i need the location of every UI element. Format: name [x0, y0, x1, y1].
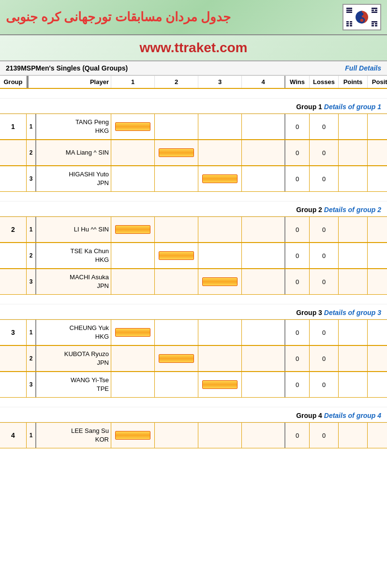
svg-rect-12: [346, 25, 349, 27]
match-cell-g1-p1-col4: [242, 114, 285, 139]
player-name-g1-p1: TANG PengHKG: [36, 114, 111, 139]
match-cell-g2-p2-col4: [242, 243, 285, 268]
svg-rect-11: [350, 23, 352, 25]
col-group: Group: [0, 76, 27, 88]
svg-rect-10: [346, 23, 349, 25]
group-number-g2-p2: [0, 243, 27, 268]
group-number-g3-p3: [0, 372, 27, 397]
col-3: 3: [198, 76, 242, 88]
losses-g2-p1: 0: [310, 217, 339, 242]
points-g4-p1: [339, 423, 368, 448]
player-name-g3-p2: KUBOTA RyuzoJPN: [36, 346, 111, 371]
player-name-g2-p3: MACHI AsukaJPN: [36, 269, 111, 294]
position-g3-p1: [368, 320, 387, 345]
col-4: 4: [242, 76, 285, 88]
svg-point-23: [360, 19, 364, 22]
group-details-link-3[interactable]: Details of group 3: [324, 309, 381, 316]
group-details-link-1[interactable]: Details of group 1: [324, 103, 381, 111]
player-row: 2 MA Liang ^ SIN 0 0: [0, 140, 387, 166]
col-position: Position: [368, 76, 387, 88]
group-number-g1-p1: 1: [0, 114, 27, 139]
match-cell-g1-p1-col1: [111, 114, 155, 139]
player-name-g3-p3: WANG Yi-TseTPE: [36, 372, 111, 397]
website-url: www.ttraket.com: [139, 40, 247, 55]
seeding-g1-p3: 3: [27, 166, 36, 191]
wins-g3-p1: 0: [285, 320, 310, 345]
match-cell-g1-p2-col3: [198, 140, 242, 165]
match-cell-g1-p1-col2: [155, 114, 198, 139]
divider-col: [27, 76, 29, 88]
svg-rect-13: [350, 25, 352, 27]
player-row: 3 HIGASHI YutoJPN 0 0: [0, 166, 387, 192]
losses-g3-p3: 0: [310, 372, 339, 397]
match-cell-g3-p2-col1: [111, 346, 155, 371]
position-g2-p3: [368, 269, 387, 294]
svg-rect-7: [372, 12, 377, 13]
full-details-link[interactable]: Full Details: [345, 64, 381, 72]
svg-rect-1: [346, 8, 352, 9]
match-cell-g2-p2-col2: [155, 243, 198, 268]
player-row: 3 WANG Yi-TseTPE 0 0: [0, 372, 387, 398]
col-2: 2: [155, 76, 198, 88]
group-label-4: Group 4: [296, 412, 324, 419]
group-details-link-4[interactable]: Details of group 4: [324, 412, 381, 419]
groups-container: Group 1 Details of group 1 1 1 TANG Peng…: [0, 89, 387, 448]
svg-rect-6: [375, 10, 377, 11]
group-number-g4-p1: 4: [0, 423, 27, 448]
seeding-g3-p3: 3: [27, 372, 36, 397]
position-g3-p2: [368, 346, 387, 371]
match-cell-g3-p2-col3: [198, 346, 242, 371]
player-name-g1-p2: MA Liang ^ SIN: [36, 140, 111, 165]
player-name-g4-p1: LEE Sang SuKOR: [36, 423, 111, 448]
svg-rect-14: [372, 21, 377, 23]
page-header: جدول مردان مسابقات تورجهانی کره جنوبی: [0, 0, 387, 35]
losses-g2-p2: 0: [310, 243, 339, 268]
korea-flag: [342, 4, 381, 30]
match-cell-g2-p1-col4: [242, 217, 285, 242]
match-cell-g3-p2-col4: [242, 346, 285, 371]
seeding-g2-p1: 1: [27, 217, 36, 242]
group-label-2: Group 2: [296, 206, 324, 214]
website-bar: www.ttraket.com: [0, 35, 387, 61]
group-header-1: Group 1 Details of group 1: [0, 99, 387, 114]
match-cell-g2-p2-col1: [111, 243, 155, 268]
points-g3-p3: [339, 372, 368, 397]
player-row: 2 KUBOTA RyuzoJPN 0 0: [0, 345, 387, 372]
group-number-g2-p3: [0, 269, 27, 294]
seeding-g2-p3: 3: [27, 269, 36, 294]
group-number-g1-p2: [0, 140, 27, 165]
group-number-g2-p1: 2: [0, 217, 27, 242]
wins-g2-p2: 0: [285, 243, 310, 268]
position-g1-p1: [368, 114, 387, 139]
match-cell-g3-p3-col2: [155, 372, 198, 397]
player-name-g2-p1: LI Hu ^^ SIN: [36, 217, 111, 242]
player-row: 2 1 LI Hu ^^ SIN 0 0: [0, 216, 387, 243]
losses-g4-p1: 0: [310, 423, 339, 448]
seeding-g3-p1: 1: [27, 320, 36, 345]
seeding-g3-p2: 2: [27, 346, 36, 371]
player-name-g3-p1: CHEUNG YukHKG: [36, 320, 111, 345]
wins-g4-p1: 0: [285, 423, 310, 448]
match-cell-g3-p3-col1: [111, 372, 155, 397]
match-cell-g1-p2-col2: [155, 140, 198, 165]
points-g3-p2: [339, 346, 368, 371]
points-g1-p1: [339, 114, 368, 139]
match-cell-g2-p3-col2: [155, 269, 198, 294]
match-cell-g2-p2-col3: [198, 243, 242, 268]
col-1: 1: [111, 76, 155, 88]
group-details-link-2[interactable]: Details of group 2: [324, 206, 381, 214]
match-cell-g1-p3-col2: [155, 166, 198, 191]
seeding-g2-p2: 2: [27, 243, 36, 268]
position-g2-p2: [368, 243, 387, 268]
match-cell-g1-p2-col4: [242, 140, 285, 165]
position-g1-p3: [368, 166, 387, 191]
seeding-g4-p1: 1: [27, 423, 36, 448]
col-points: Points: [339, 76, 368, 88]
match-cell-g4-p1-col2: [155, 423, 198, 448]
losses-g3-p1: 0: [310, 320, 339, 345]
match-cell-g3-p1-col1: [111, 320, 155, 345]
player-name-g1-p3: HIGASHI YutoJPN: [36, 166, 111, 191]
points-g2-p2: [339, 243, 368, 268]
group-number-g3-p1: 3: [0, 320, 27, 345]
svg-rect-18: [375, 25, 377, 27]
